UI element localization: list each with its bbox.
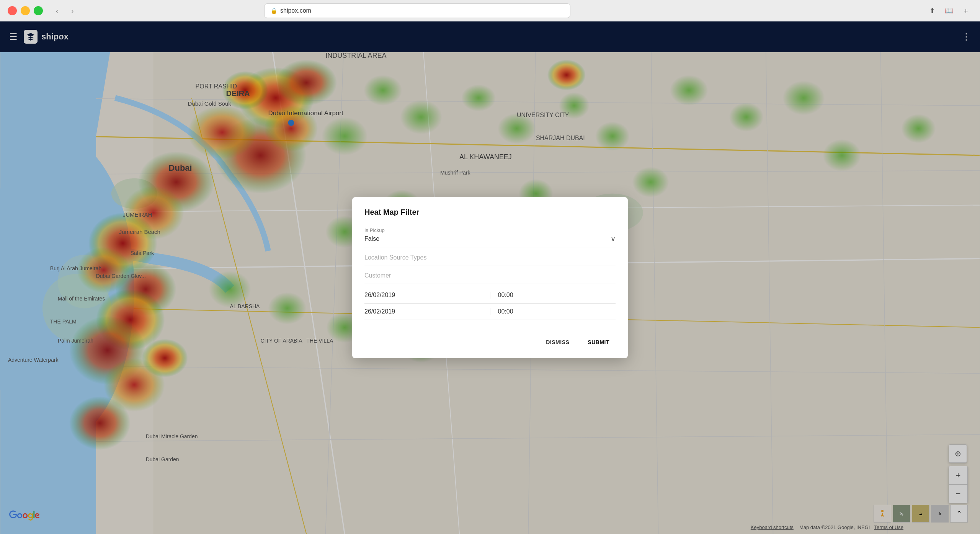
window-minimize-button[interactable] <box>21 6 30 15</box>
browser-chrome: ‹ › 🔒 shipox.com ⬆ 📖 ＋ <box>0 0 980 22</box>
modal-footer: DISMISS SUBMIT <box>352 328 628 358</box>
browser-nav: ‹ › <box>51 4 79 17</box>
browser-actions: ⬆ 📖 ＋ <box>926 4 972 17</box>
submit-button[interactable]: SUBMIT <box>581 335 616 349</box>
share-button[interactable]: ⬆ <box>926 4 939 17</box>
date-to-value: 26/02/2019 <box>364 308 395 315</box>
back-button[interactable]: ‹ <box>51 4 64 17</box>
date-from-value: 26/02/2019 <box>364 292 395 298</box>
date-from-field[interactable]: 26/02/2019 <box>364 292 490 299</box>
modal-header: Heat Map Filter <box>352 197 628 224</box>
is-pickup-value: False <box>364 235 379 242</box>
heatmap-filter-modal: Heat Map Filter Is Pickup False ∨ Locati… <box>352 197 628 358</box>
location-source-types-field[interactable]: Location Source Types <box>364 251 616 266</box>
is-pickup-field[interactable]: Is Pickup False ∨ <box>364 224 616 248</box>
modal-body: Is Pickup False ∨ Location Source Types … <box>352 224 628 328</box>
time-from-value: 00:00 <box>498 292 513 298</box>
dismiss-button[interactable]: DISMISS <box>540 335 575 349</box>
lock-icon: 🔒 <box>271 8 277 14</box>
date-to-field[interactable]: 26/02/2019 <box>364 308 490 315</box>
browser-titlebar: ‹ › 🔒 shipox.com ⬆ 📖 ＋ <box>0 0 980 21</box>
time-to-field[interactable]: 00:00 <box>490 308 616 315</box>
time-to-value: 00:00 <box>498 308 513 315</box>
address-bar[interactable]: 🔒 shipox.com <box>264 3 570 18</box>
customer-field[interactable]: Customer <box>364 269 616 284</box>
window-controls <box>8 6 43 15</box>
is-pickup-dropdown[interactable]: False ∨ <box>364 235 616 243</box>
modal-title: Heat Map Filter <box>364 208 616 217</box>
modal-spacer <box>364 320 616 328</box>
date-to-row: 26/02/2019 00:00 <box>364 304 616 320</box>
new-tab-button[interactable]: ＋ <box>959 4 972 17</box>
forward-button[interactable]: › <box>66 4 79 17</box>
is-pickup-label: Is Pickup <box>364 227 616 233</box>
window-close-button[interactable] <box>8 6 17 15</box>
url-text: shipox.com <box>280 7 311 14</box>
map-container: INDUSTRIAL AREA DEIRA PORT RASHID Dubai … <box>0 21 980 534</box>
dropdown-arrow-icon: ∨ <box>611 235 616 243</box>
customer-placeholder: Customer <box>364 272 391 279</box>
time-from-field[interactable]: 00:00 <box>490 292 616 299</box>
location-source-types-placeholder: Location Source Types <box>364 254 426 261</box>
date-from-row: 26/02/2019 00:00 <box>364 287 616 304</box>
bookmark-button[interactable]: 📖 <box>942 4 956 17</box>
modal-overlay: Heat Map Filter Is Pickup False ∨ Locati… <box>0 21 980 534</box>
window-maximize-button[interactable] <box>34 6 43 15</box>
